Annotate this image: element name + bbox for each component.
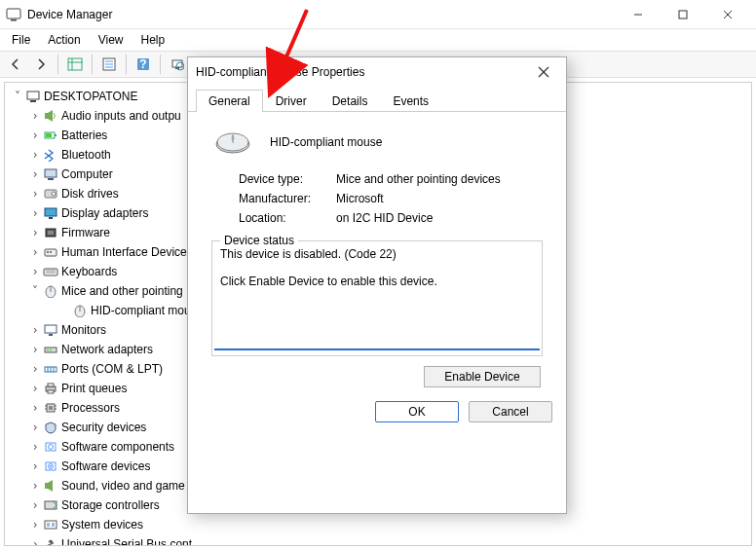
- dialog-title-bar[interactable]: HID-compliant Mouse Properties: [188, 57, 566, 87]
- expand-icon[interactable]: ›: [28, 421, 42, 434]
- svg-rect-71: [47, 523, 50, 527]
- menu-bar: File Action View Help: [0, 29, 756, 51]
- collapse-icon[interactable]: ˅: [11, 90, 24, 103]
- minimize-button[interactable]: [616, 0, 661, 29]
- svg-text:?: ?: [139, 57, 146, 71]
- enable-device-button[interactable]: Enable Device: [424, 366, 541, 387]
- tab-driver[interactable]: Driver: [263, 90, 320, 112]
- menu-help[interactable]: Help: [133, 31, 173, 49]
- tab-details[interactable]: Details: [320, 90, 381, 112]
- expand-icon[interactable]: ›: [28, 265, 42, 278]
- tab-events[interactable]: Events: [380, 90, 441, 112]
- expand-icon[interactable]: ›: [28, 440, 42, 454]
- tree-item-label: Ports (COM & LPT): [59, 362, 163, 376]
- svg-rect-1: [11, 19, 17, 21]
- properties-button[interactable]: [97, 53, 121, 76]
- maximize-button[interactable]: [661, 0, 705, 29]
- tab-strip: General Driver Details Events: [188, 89, 566, 112]
- tree-item[interactable]: ›Universal Serial Bus cont: [24, 534, 749, 546]
- tree-item-label: Software components: [59, 440, 174, 454]
- device-status-text[interactable]: [214, 243, 540, 350]
- security-icon: [42, 421, 59, 434]
- svg-rect-55: [48, 384, 54, 386]
- svg-rect-56: [48, 390, 54, 393]
- tree-item-label: Disk drives: [59, 187, 119, 201]
- expand-icon[interactable]: ›: [28, 226, 42, 239]
- device-status-group: Device status: [211, 240, 543, 356]
- window-title: Device Manager: [27, 8, 616, 21]
- expand-icon[interactable]: ›: [28, 537, 42, 546]
- menu-action[interactable]: Action: [40, 31, 88, 49]
- expand-icon[interactable]: ›: [28, 518, 42, 532]
- device-name: HID-compliant mouse: [270, 135, 382, 149]
- back-button[interactable]: [4, 53, 27, 76]
- svg-rect-23: [45, 113, 48, 119]
- computer-icon: [42, 167, 59, 181]
- dialog-title: HID-compliant Mouse Properties: [196, 65, 529, 79]
- svg-rect-32: [49, 217, 53, 219]
- expand-icon[interactable]: ›: [28, 401, 42, 415]
- firmware-icon: [42, 226, 59, 239]
- location-label: Location:: [239, 211, 336, 225]
- ok-button[interactable]: OK: [375, 401, 459, 422]
- expand-icon[interactable]: ›: [28, 245, 42, 259]
- cancel-button[interactable]: Cancel: [469, 401, 552, 422]
- expand-icon[interactable]: ›: [28, 343, 42, 356]
- tree-item-label: Security devices: [59, 421, 146, 434]
- tab-general[interactable]: General: [196, 90, 263, 112]
- expand-icon[interactable]: ›: [28, 167, 42, 181]
- expand-icon[interactable]: ˅: [28, 284, 42, 298]
- help-button[interactable]: ?: [132, 53, 155, 76]
- tree-item-label: Keyboards: [59, 265, 117, 278]
- forward-button[interactable]: [29, 53, 53, 76]
- svg-rect-27: [45, 169, 57, 177]
- menu-view[interactable]: View: [91, 31, 132, 49]
- expand-icon[interactable]: ›: [28, 362, 42, 376]
- sound-icon: [42, 479, 59, 493]
- svg-point-67: [50, 465, 52, 467]
- expand-icon[interactable]: ›: [28, 479, 42, 493]
- tree-item-label: Audio inputs and outpu: [59, 109, 181, 123]
- expand-icon[interactable]: ›: [28, 128, 42, 142]
- expand-icon[interactable]: ›: [28, 323, 42, 337]
- svg-rect-0: [7, 9, 20, 18]
- expand-icon[interactable]: ›: [28, 148, 42, 162]
- close-button[interactable]: [705, 0, 750, 29]
- scan-button[interactable]: [166, 53, 189, 76]
- tree-item-label: Batteries: [59, 128, 107, 142]
- network-icon: [42, 343, 59, 356]
- expand-icon[interactable]: ›: [28, 206, 42, 220]
- expand-icon[interactable]: ›: [28, 498, 42, 512]
- tree-item-label: Network adapters: [59, 343, 153, 356]
- expand-icon[interactable]: ›: [28, 382, 42, 395]
- swcomp-icon: [42, 440, 59, 454]
- show-hide-tree-button[interactable]: [63, 53, 87, 76]
- svg-point-49: [50, 349, 52, 351]
- swdev-icon: [42, 459, 59, 473]
- manufacturer-value: Microsoft: [336, 192, 384, 205]
- mouse-icon: [213, 129, 252, 155]
- svg-rect-45: [45, 325, 57, 333]
- expand-icon[interactable]: ›: [28, 109, 42, 123]
- toolbar-separator: [160, 55, 161, 74]
- expand-icon[interactable]: ›: [28, 187, 42, 201]
- title-bar: Device Manager: [0, 0, 756, 29]
- printer-icon: [42, 382, 59, 395]
- expand-icon[interactable]: ›: [28, 459, 42, 473]
- dialog-close-button[interactable]: [529, 57, 558, 87]
- bluetooth-icon: [42, 148, 59, 162]
- app-icon: [6, 7, 21, 22]
- svg-point-37: [50, 251, 52, 253]
- dialog-body: HID-compliant mouse Device type:Mice and…: [188, 112, 566, 387]
- svg-rect-6: [68, 58, 82, 70]
- mouse-icon: [71, 304, 89, 317]
- usb-icon: [42, 537, 59, 546]
- tree-item-label: Display adapters: [59, 206, 148, 220]
- tree-item-label: Mice and other pointing: [59, 284, 183, 298]
- tree-item-label: Storage controllers: [59, 498, 160, 512]
- tree-item[interactable]: ›System devices: [24, 515, 749, 534]
- menu-file[interactable]: File: [4, 31, 38, 49]
- cpu-icon: [42, 401, 59, 415]
- svg-rect-28: [48, 178, 54, 180]
- port-icon: [42, 362, 59, 376]
